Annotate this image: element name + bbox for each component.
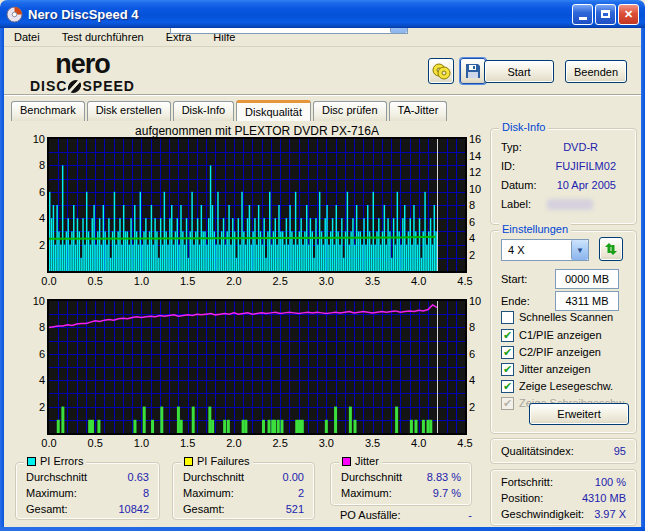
start-mb-field[interactable]: 0000 MB — [555, 269, 619, 289]
tab-ta-jitter[interactable]: TA-Jitter — [389, 101, 448, 121]
window-border-left — [0, 28, 4, 531]
minimize-icon — [579, 17, 587, 20]
axis-tick-label: 2.0 — [219, 275, 249, 287]
jitter-stats-group: Jitter Durchschnitt8.83 % Maximum:9.7 % — [330, 462, 472, 506]
menu-test-durchfuehren[interactable]: Test durchführen — [60, 30, 146, 44]
po-failures-value: - — [468, 509, 472, 521]
axis-tick-label: 2 — [13, 401, 45, 413]
checkbox-label: Schnelles Scannen — [519, 311, 613, 323]
quality-index-value: 95 — [614, 445, 626, 457]
stat-label: Durchschnitt — [183, 471, 244, 483]
axis-tick-label: 6 — [13, 186, 45, 198]
window-title: Nero DiscSpeed 4 — [28, 7, 570, 22]
axis-tick-label: 0.5 — [80, 275, 110, 287]
end-mb-field[interactable]: 4311 MB — [555, 291, 619, 311]
quit-button[interactable]: Beenden — [565, 60, 627, 83]
pi-errors-legend-icon — [27, 457, 36, 466]
speed-value: 3.97 X — [594, 508, 626, 520]
settings-checkbox[interactable]: ✔C1/PIE anzeigen — [501, 328, 602, 342]
settings-title: Einstellungen — [499, 223, 571, 235]
checkbox-label: Jitter anzeigen — [519, 363, 591, 375]
app-window: Nero DiscSpeed 4 ✕ Datei Test durchführe… — [0, 0, 645, 531]
maximize-button[interactable] — [595, 4, 616, 25]
discspeed-logo-text: DISCSPEED — [30, 79, 135, 93]
axis-tick-label: 4.5 — [450, 437, 480, 449]
axis-tick-label: 1.5 — [173, 275, 203, 287]
speed-selector[interactable]: 4 X ▼ — [501, 239, 589, 261]
checkbox-unchecked-icon[interactable] — [501, 311, 514, 324]
save-button[interactable] — [460, 58, 486, 84]
stat-value: 2 — [298, 487, 304, 499]
chevron-down-icon[interactable]: ▼ — [571, 240, 588, 260]
axis-tick-label: 2.5 — [265, 437, 295, 449]
axis-tick-label: 0.0 — [34, 275, 64, 287]
tab-benchmark[interactable]: Benchmark — [11, 101, 85, 121]
chart-header: aufgenommen mit PLEXTOR DVDR PX-716A — [47, 124, 467, 138]
speed-label: Geschwindigkeit: — [501, 508, 584, 520]
close-button[interactable]: ✕ — [618, 4, 639, 25]
disc-info-button[interactable] — [428, 58, 454, 84]
stat-value: 0.00 — [283, 471, 304, 483]
tab-diskqualitaet[interactable]: Diskqualität — [236, 100, 311, 121]
settings-checkbox[interactable]: Schnelles Scannen — [501, 310, 613, 324]
checkbox-checked-icon[interactable]: ✔ — [501, 380, 514, 393]
speed-selector-value: 4 X — [502, 244, 571, 256]
pi-failures-stats-title: PI Failures — [181, 455, 253, 467]
axis-tick-label: 4.5 — [450, 275, 480, 287]
axis-tick-label: 3.5 — [358, 437, 388, 449]
stat-label: Maximum: — [26, 487, 77, 499]
disc-stack-icon — [431, 63, 451, 80]
tab-disc-pruefen[interactable]: Disc prüfen — [313, 101, 387, 121]
axis-tick-label: 10 — [13, 295, 45, 307]
pi-failures-stats-group: PI Failures Durchschnitt0.00 Maximum:2 G… — [172, 462, 315, 520]
window-border-right — [641, 28, 645, 531]
refresh-button[interactable] — [599, 237, 623, 261]
menu-datei[interactable]: Datei — [12, 30, 42, 44]
stat-label: Maximum: — [183, 487, 234, 499]
checkbox-checked-icon[interactable]: ✔ — [501, 346, 514, 359]
checkbox-checked-icon[interactable]: ✔ — [501, 329, 514, 342]
progress-label: Fortschritt: — [501, 476, 553, 488]
settings-group: Einstellungen 4 X ▼ Start: 0000 MB Ende:… — [490, 230, 637, 434]
progress-group: Fortschritt:100 % Position:4310 MB Gesch… — [490, 469, 637, 526]
checkbox-label: Zeige Lesegeschw. — [519, 380, 613, 392]
stat-label: Gesamt: — [26, 503, 68, 515]
settings-checkbox[interactable]: ✔Zeige Lesegeschw. — [501, 379, 613, 393]
stat-value: 8.83 % — [427, 471, 461, 483]
pi-errors-chart — [47, 137, 467, 273]
end-mb-value: 4311 MB — [565, 295, 608, 307]
app-icon — [6, 6, 23, 23]
axis-tick-label: 8 — [13, 321, 45, 333]
progress-value: 100 % — [595, 476, 626, 488]
pi-failures-title-text: PI Failures — [197, 455, 250, 467]
settings-checkbox[interactable]: ✔Jitter anzeigen — [501, 362, 591, 376]
nero-logo-text: nero — [30, 51, 135, 78]
axis-tick-label: 8 — [13, 159, 45, 171]
start-button[interactable]: Start — [484, 60, 554, 83]
stat-label: Maximum: — [341, 487, 392, 499]
disk-id-label: ID: — [501, 160, 515, 172]
disk-label-redacted — [547, 199, 593, 210]
axis-tick-label: 0.0 — [34, 437, 64, 449]
settings-checkbox[interactable]: ✔C2/PIF anzeigen — [501, 345, 601, 359]
disk-type-label: Typ: — [501, 141, 522, 153]
pi-errors-stats-group: PI Errors Durchschnitt0.63 Maximum:8 Ges… — [15, 462, 160, 520]
checkbox-label: C1/PIE anzeigen — [519, 329, 602, 341]
save-floppy-icon — [465, 63, 481, 79]
tab-disk-erstellen[interactable]: Disk erstellen — [87, 101, 171, 121]
position-value: 4310 MB — [582, 492, 626, 504]
end-mb-label: Ende: — [501, 295, 530, 307]
disk-info-title: Disk-Info — [499, 121, 548, 133]
minimize-button[interactable] — [572, 4, 593, 25]
axis-tick-label: 4.0 — [404, 437, 434, 449]
pi-failures-legend-icon — [184, 457, 193, 466]
axis-tick-label: 10 — [13, 133, 45, 145]
checkbox-checked-icon[interactable]: ✔ — [501, 363, 514, 376]
advanced-button[interactable]: Erweitert — [529, 403, 629, 425]
pi-errors-title-text: PI Errors — [40, 455, 83, 467]
tab-disk-info[interactable]: Disk-Info — [173, 101, 234, 121]
start-button-label: Start — [507, 66, 530, 78]
axis-tick-label: 3.0 — [311, 275, 341, 287]
jitter-chart-canvas — [49, 301, 465, 433]
axis-tick-label: 0.5 — [80, 437, 110, 449]
